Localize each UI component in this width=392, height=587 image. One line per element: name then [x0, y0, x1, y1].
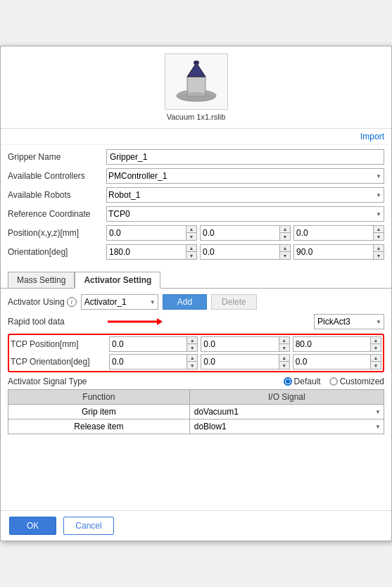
pos-z-input[interactable]: [294, 227, 373, 239]
arrow-visual: [106, 315, 314, 328]
radio-default[interactable]: Default: [284, 377, 321, 386]
tcp-pos-z-up[interactable]: ▲: [371, 337, 381, 344]
activator-using-label: Activator Using i: [8, 297, 77, 307]
io-signal-release-wrapper: doBlow1: [190, 419, 384, 434]
tab-bar: Mass Setting Activator Setting: [1, 267, 391, 288]
ok-button[interactable]: OK: [9, 517, 56, 535]
ori-z-down[interactable]: ▼: [374, 252, 384, 259]
orientation-spin-group: ▲ ▼ ▲ ▼ ▲ ▼: [106, 244, 384, 260]
ori-x-up[interactable]: ▲: [186, 245, 196, 252]
ori-x-input[interactable]: [107, 246, 186, 258]
pos-z-up[interactable]: ▲: [374, 226, 384, 233]
robots-label: Available Robots: [8, 190, 106, 200]
add-button[interactable]: Add: [163, 294, 207, 310]
io-function-release: Release item: [8, 419, 190, 434]
tcp-pos-z-down[interactable]: ▼: [371, 344, 381, 351]
tcp-ori-x-spinners: ▲ ▼: [186, 355, 197, 369]
tcp-pos-y-down[interactable]: ▼: [279, 344, 289, 351]
pos-y-box: ▲ ▼: [200, 225, 291, 241]
tcp-ori-z-up[interactable]: ▲: [371, 355, 381, 362]
tcp-pos-z-box: ▲ ▼: [293, 336, 381, 352]
rapid-select[interactable]: PickAct3: [314, 314, 384, 329]
radio-customized-label: Customized: [340, 377, 384, 386]
tcp-ori-z-down[interactable]: ▼: [371, 362, 381, 369]
position-label: Position(x,y,z)[mm]: [8, 228, 106, 238]
gripper-svg: [172, 59, 221, 105]
io-signal-release-select[interactable]: doBlow1: [190, 419, 384, 434]
import-link[interactable]: Import: [360, 132, 384, 141]
reference-label: Reference Coordinate: [8, 209, 106, 219]
tcp-ori-y-up[interactable]: ▲: [279, 355, 289, 362]
controllers-select-wrapper: PMController_1: [106, 168, 384, 184]
rapid-tool-row: Rapid tool data PickAct3: [8, 314, 384, 329]
ori-y-input[interactable]: [201, 246, 279, 258]
pos-y-up[interactable]: ▲: [280, 226, 290, 233]
tcp-ori-x-input[interactable]: [110, 355, 186, 368]
pos-y-input[interactable]: [201, 227, 279, 239]
cancel-button[interactable]: Cancel: [63, 517, 113, 535]
tcp-ori-z-input[interactable]: [293, 355, 370, 368]
activator-info-icon[interactable]: i: [67, 297, 77, 307]
robots-select[interactable]: Robot_1: [106, 187, 384, 203]
io-signal-grip-select[interactable]: doVacuum1: [190, 405, 384, 419]
tcp-ori-z-spinners: ▲ ▼: [370, 355, 381, 369]
table-row: Release item doBlow1: [8, 419, 384, 434]
activator-select[interactable]: Activator_1: [81, 294, 158, 310]
rapid-select-wrapper: PickAct3: [314, 314, 384, 329]
radio-default-dot[interactable]: [284, 377, 292, 386]
pos-z-down[interactable]: ▼: [374, 233, 384, 240]
controllers-select[interactable]: PMController_1: [106, 168, 384, 184]
ori-y-down[interactable]: ▼: [280, 252, 290, 259]
ori-z-box: ▲ ▼: [293, 244, 384, 260]
io-function-grip: Grip item: [8, 405, 190, 419]
tcp-pos-y-input[interactable]: [201, 338, 278, 351]
tcp-ori-x-down[interactable]: ▼: [187, 362, 197, 369]
red-arrow-svg: [106, 315, 163, 328]
tcp-pos-x-box: ▲ ▼: [109, 336, 198, 352]
pos-x-box: ▲ ▼: [106, 225, 197, 241]
radio-customized-dot[interactable]: [329, 377, 338, 386]
main-dialog: Vacuum 1x1.rslib Import Gripper Name Ava…: [0, 46, 392, 541]
ori-x-box: ▲ ▼: [106, 244, 197, 260]
delete-button[interactable]: Delete: [211, 294, 257, 310]
form-section: Gripper Name Available Controllers PMCon…: [1, 145, 391, 267]
pos-y-spinners: ▲ ▼: [279, 226, 290, 240]
pos-x-down[interactable]: ▼: [186, 233, 196, 240]
tcp-position-row: TCP Position[mm] ▲ ▼ ▲ ▼: [11, 336, 381, 352]
ori-z-input[interactable]: [294, 246, 373, 258]
tcp-position-label: TCP Position[mm]: [11, 339, 109, 349]
io-table: Function I/O Signal Grip item doVacuum1: [8, 389, 384, 434]
pos-y-down[interactable]: ▼: [280, 233, 290, 240]
tcp-pos-x-up[interactable]: ▲: [187, 337, 197, 344]
io-signal-grip-cell: doVacuum1: [189, 405, 384, 419]
signal-type-row: Activator Signal Type Default Customized: [8, 377, 384, 386]
orientation-label: Orientation[deg]: [8, 247, 106, 257]
radio-default-label: Default: [294, 377, 321, 386]
tab-mass[interactable]: Mass Setting: [8, 272, 75, 288]
ori-y-box: ▲ ▼: [200, 244, 291, 260]
pos-x-up[interactable]: ▲: [186, 226, 196, 233]
tcp-ori-x-up[interactable]: ▲: [187, 355, 197, 362]
gripper-name-input[interactable]: [106, 149, 384, 165]
ori-y-spinners: ▲ ▼: [279, 245, 290, 259]
tcp-pos-z-input[interactable]: [293, 338, 370, 351]
radio-customized[interactable]: Customized: [329, 377, 384, 386]
tab-activator[interactable]: Activator Setting: [75, 272, 160, 289]
footer-buttons: OK Cancel: [1, 510, 391, 541]
tcp-ori-y-down[interactable]: ▼: [279, 362, 289, 369]
tcp-pos-x-down[interactable]: ▼: [187, 344, 197, 351]
io-signal-release-cell: doBlow1: [189, 419, 384, 434]
ori-y-up[interactable]: ▲: [280, 245, 290, 252]
pos-z-box: ▲ ▼: [293, 225, 384, 241]
tcp-ori-y-input[interactable]: [201, 355, 278, 368]
ori-x-down[interactable]: ▼: [186, 252, 196, 259]
tcp-pos-x-input[interactable]: [110, 338, 186, 351]
ori-z-up[interactable]: ▲: [374, 245, 384, 252]
tcp-pos-y-up[interactable]: ▲: [279, 337, 289, 344]
activator-select-wrapper: Activator_1: [81, 294, 158, 310]
svg-point-4: [177, 92, 215, 101]
svg-point-3: [194, 61, 199, 65]
position-spin-group: ▲ ▼ ▲ ▼ ▲ ▼: [106, 225, 384, 241]
pos-x-input[interactable]: [107, 227, 186, 239]
reference-select[interactable]: TCP0: [106, 206, 384, 222]
